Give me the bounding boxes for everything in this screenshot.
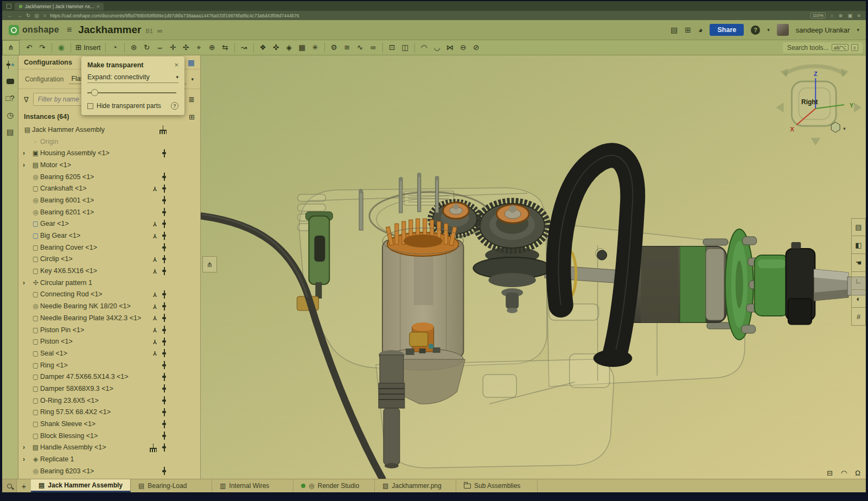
tree-row[interactable]: ▢Bearing Cover <1>: [18, 242, 200, 253]
replicate-tool-icon[interactable]: ◈: [283, 42, 296, 54]
onshape-logo-icon[interactable]: [9, 25, 19, 35]
tree-row[interactable]: ▢Ring <1>: [18, 359, 200, 371]
url-text[interactable]: https://cad.onshape.com/documents/9fbd78…: [50, 13, 299, 18]
document-tab[interactable]: ▨Jackhammer.png: [375, 479, 456, 492]
parallel-mate-icon[interactable]: ⇆: [219, 42, 232, 54]
tree-row[interactable]: ›▤Handle Assembly <1>: [18, 442, 200, 454]
sim-study-5-icon[interactable]: ⊘: [470, 42, 483, 54]
tree-row[interactable]: ▢Damper 58X68X9.3 <1>: [18, 383, 200, 395]
appearance-icon[interactable]: ◠: [841, 469, 847, 477]
sim-study-2-icon[interactable]: ◡: [431, 42, 444, 54]
link-icon[interactable]: ∞: [157, 27, 162, 35]
search-tools-field[interactable]: Search tools... alt/⌥ c: [783, 42, 863, 53]
configuration-caret-icon[interactable]: ▾: [191, 77, 194, 82]
tree-row[interactable]: ▢Circlip <1>Y: [18, 253, 200, 265]
pattern-tool-icon[interactable]: ▦: [296, 42, 309, 54]
gear-relation-icon[interactable]: ⚙: [328, 42, 341, 54]
explode-icon[interactable]: ✳: [309, 42, 322, 54]
expand-arrow-icon[interactable]: ›: [23, 149, 31, 157]
group-icon[interactable]: ❖: [257, 42, 270, 54]
ball-mate-icon[interactable]: ✣: [180, 42, 193, 54]
revolute-mate-icon[interactable]: ↻: [141, 42, 154, 54]
document-tab[interactable]: Sub Assemblies: [456, 479, 538, 492]
configurations-panel-icon[interactable]: +: [6, 60, 15, 69]
interference-icon[interactable]: □?: [5, 93, 14, 103]
expand-mode-select[interactable]: Expand: connectivity ▾: [87, 73, 178, 83]
add-folder-icon[interactable]: ⊞: [189, 113, 195, 121]
tree-row[interactable]: ▢Connecting Rod <1>Y: [18, 289, 200, 301]
app-store-icon[interactable]: ⊞: [685, 26, 691, 34]
downloads-icon[interactable]: ▣: [847, 12, 852, 18]
learning-center-icon[interactable]: ◕: [698, 26, 703, 34]
tree-row[interactable]: ◎Bearing 6203 <1>: [18, 465, 200, 477]
expand-arrow-icon[interactable]: ›: [23, 279, 31, 287]
view-cube[interactable]: Z Y X Right ▾: [776, 66, 861, 145]
redo-icon[interactable]: ↷: [36, 42, 49, 54]
rack-relation-icon[interactable]: ≋: [341, 42, 354, 54]
tree-row[interactable]: ▢Ring 57.5X 68.4X2 <1>: [18, 407, 200, 418]
document-title[interactable]: Jackhammer: [78, 24, 141, 36]
user-caret-icon[interactable]: ▾: [857, 27, 859, 33]
insert-icon[interactable]: ⊞Insert: [74, 42, 103, 54]
tree-row[interactable]: ▢Crankshaft <1>Y: [18, 182, 200, 194]
tree-row[interactable]: ▤Jack Hammer Assembly: [18, 124, 200, 136]
tangent-mate-icon[interactable]: ↝: [238, 42, 251, 54]
sim-study-3-icon[interactable]: ⋈: [444, 42, 457, 54]
tree-row[interactable]: ▢Gear <1>Y: [18, 218, 200, 230]
shield-icon[interactable]: ◎: [34, 13, 39, 18]
history-timer-icon[interactable]: ◷: [7, 110, 13, 120]
tree-row[interactable]: ▢Shank Sleeve <1>: [18, 418, 200, 430]
mass-properties-icon[interactable]: Ω: [855, 469, 860, 477]
tree-row[interactable]: ▢Piston <1>Y: [18, 335, 200, 347]
update-icon[interactable]: ◉: [55, 42, 68, 54]
release-notes-icon[interactable]: ▤: [671, 26, 678, 34]
expand-arrow-icon[interactable]: ›: [23, 161, 31, 169]
expand-arrow-icon[interactable]: ›: [23, 443, 31, 451]
tree-row[interactable]: ›◈Replicate 1: [18, 453, 200, 465]
mate-connector-icon[interactable]: ✜: [270, 42, 283, 54]
hide-parts-checkbox[interactable]: [87, 103, 93, 109]
document-tab[interactable]: ▤Bearing-Load: [131, 479, 212, 492]
tree-row[interactable]: ▢Piston Pin <1>Y: [18, 324, 200, 336]
help-icon[interactable]: ?: [751, 26, 760, 35]
assembly-tree-toggle[interactable]: ⋔: [2, 40, 20, 55]
extensions-icon[interactable]: ⊕: [839, 12, 843, 18]
close-tab-icon[interactable]: ×: [97, 4, 99, 9]
tree-row[interactable]: ▢Needle Bearing Plate 34X2.3 <1>Y: [18, 312, 200, 324]
screw-relation-icon[interactable]: ∿: [354, 42, 367, 54]
version-badge[interactable]: B1: [145, 28, 152, 34]
section-part-icon[interactable]: ∟: [851, 272, 866, 290]
planar-mate-icon[interactable]: ✛: [167, 42, 180, 54]
help-caret-icon[interactable]: ▾: [767, 27, 770, 33]
document-tab[interactable]: ▥Internal Wires: [212, 479, 293, 492]
new-tab-button[interactable]: +: [17, 479, 31, 492]
document-menu-icon[interactable]: ≡: [67, 25, 72, 35]
appearance-cube-icon[interactable]: ◧: [851, 236, 866, 254]
tree-row[interactable]: ▢Block Blessing <1>: [18, 430, 200, 442]
panel-collapse-toggle[interactable]: ⋔: [202, 256, 217, 272]
bom-panel-icon[interactable]: ▤: [7, 127, 14, 137]
belt-relation-icon[interactable]: ∞: [367, 42, 380, 54]
tree-row[interactable]: ◎Bearing 6001 <1>: [18, 194, 200, 206]
tree-row[interactable]: ▢Big Gear <1>Y: [18, 230, 200, 242]
filter-list-icon[interactable]: ≣: [188, 95, 195, 104]
pin-slot-mate-icon[interactable]: ⊕: [206, 42, 219, 54]
forward-icon[interactable]: →: [17, 13, 22, 18]
viewport-3d[interactable]: Z Y X Right ▾ ⋔ ▤◧☚∟◐# ⊟◠Ω: [201, 55, 866, 479]
browser-menu-icon[interactable]: ≡: [857, 12, 860, 18]
tree-row[interactable]: ▢Seal <1>Y: [18, 347, 200, 359]
window-icon[interactable]: [7, 4, 11, 9]
dialog-close-icon[interactable]: ×: [174, 61, 178, 69]
animate-icon[interactable]: ◫: [399, 42, 412, 54]
tree-row[interactable]: ◎Bearing 6205 <1>: [18, 171, 200, 183]
tree-row[interactable]: ◎Needle Bearing NK 18/20 <1>Y: [18, 300, 200, 312]
reload-icon[interactable]: ↻: [26, 13, 30, 18]
render-quality-icon[interactable]: ◐: [851, 290, 866, 308]
tree-row[interactable]: ▢Damper 47.5X66.5X14.3 <1>: [18, 371, 200, 383]
versions-icon[interactable]: ◔: [108, 42, 122, 54]
sim-study-1-icon[interactable]: ◠: [418, 42, 431, 54]
selection-hand-icon[interactable]: ☚: [851, 254, 866, 272]
browser-tab[interactable]: Jackhammer | Jack Hammer As... ×: [15, 3, 104, 10]
snapshot-icon[interactable]: ⊡: [386, 42, 399, 54]
expand-arrow-icon[interactable]: ›: [23, 455, 31, 463]
